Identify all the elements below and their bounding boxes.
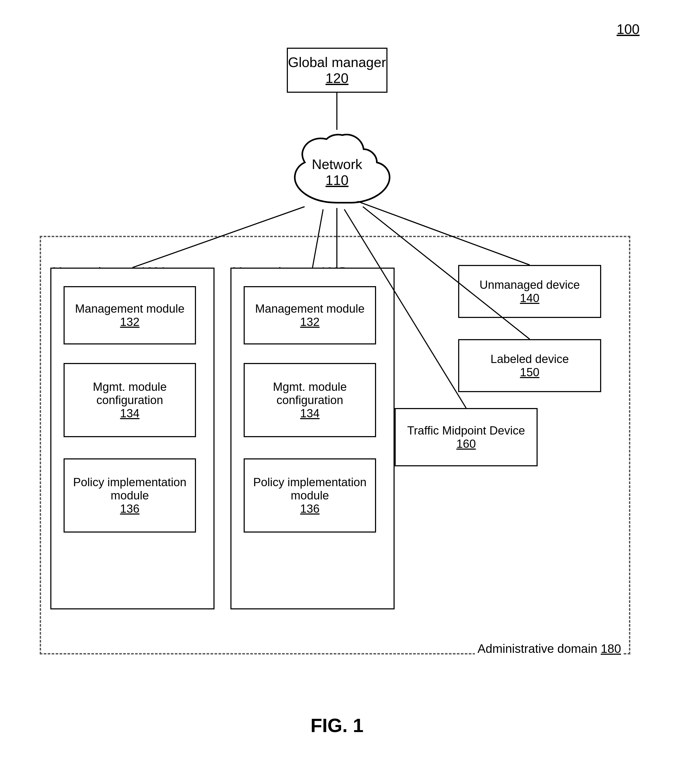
- traffic-midpoint-box: Traffic Midpoint Device 160: [394, 408, 537, 466]
- traffic-midpoint-label: Traffic Midpoint Device: [407, 424, 525, 437]
- mgmt-mod-b-ref: 132: [300, 315, 319, 328]
- management-module-a: Management module 132: [64, 286, 196, 344]
- traffic-midpoint-ref: 160: [456, 437, 476, 450]
- mgmt-config-a: Mgmt. module configuration 134: [64, 363, 196, 437]
- policy-mod-b-label: Policy implementation module: [245, 476, 375, 502]
- mgmt-mod-a-ref: 132: [120, 315, 139, 328]
- global-manager-box: Global manager 120: [287, 48, 387, 93]
- figure-label: FIG. 1: [311, 715, 363, 736]
- figure-ref: 100: [617, 21, 640, 37]
- mgmt-config-b: Mgmt. module configuration 134: [244, 363, 376, 437]
- policy-mod-a-ref: 136: [120, 502, 139, 515]
- admin-domain-label: Administrative domain 180: [475, 641, 624, 656]
- policy-module-b: Policy implementation module 136: [244, 458, 376, 532]
- policy-mod-a-label: Policy implementation module: [65, 476, 195, 502]
- global-manager-ref: 120: [326, 70, 348, 86]
- labeled-device-ref: 150: [520, 366, 539, 379]
- policy-module-a: Policy implementation module 136: [64, 458, 196, 532]
- mgmt-config-a-ref: 134: [120, 407, 139, 420]
- unmanaged-device-box: Unmanaged device 140: [458, 265, 601, 318]
- network-cloud-text: Network 110: [312, 156, 362, 188]
- mgmt-mod-b-label: Management module: [255, 302, 364, 315]
- diagram-container: 100 Global manager 120 Network 110 Admin…: [0, 0, 674, 784]
- labeled-device-label: Labeled device: [491, 352, 569, 366]
- mgmt-config-a-label: Mgmt. module configuration: [65, 380, 195, 407]
- management-module-b: Management module 132: [244, 286, 376, 344]
- mgmt-config-b-ref: 134: [300, 407, 319, 420]
- network-ref: 110: [312, 172, 362, 188]
- labeled-device-box: Labeled device 150: [458, 339, 601, 392]
- policy-mod-b-ref: 136: [300, 502, 319, 515]
- unmanaged-device-ref: 140: [520, 291, 539, 305]
- global-manager-label: Global manager: [288, 54, 386, 70]
- mgmt-mod-a-label: Management module: [75, 302, 184, 315]
- unmanaged-device-label: Unmanaged device: [479, 278, 580, 291]
- mgmt-config-b-label: Mgmt. module configuration: [245, 380, 375, 407]
- network-cloud-container: Network 110: [271, 127, 403, 220]
- network-label: Network: [312, 157, 362, 172]
